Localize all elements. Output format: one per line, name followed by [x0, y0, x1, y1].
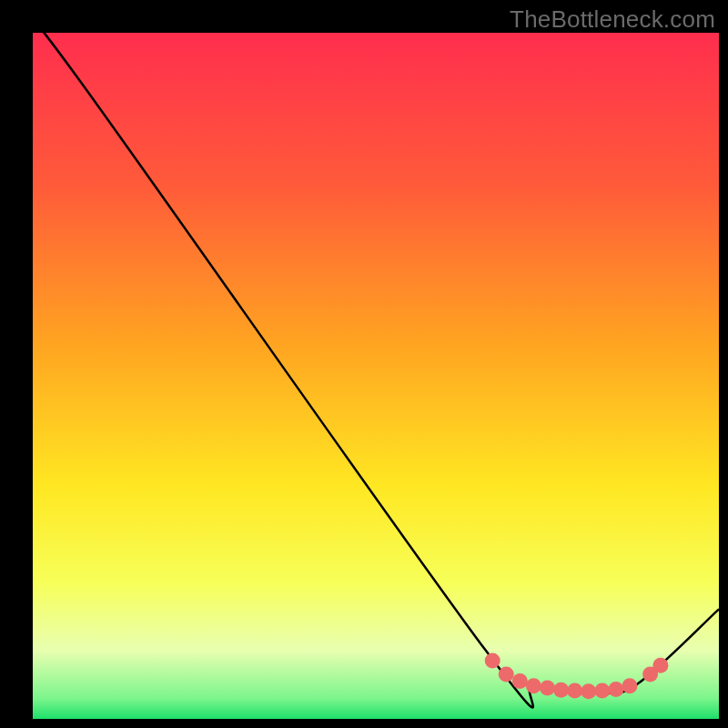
highlight-dot	[622, 678, 637, 693]
highlight-dot	[499, 666, 514, 682]
chart-stage: TheBottleneck.com	[0, 0, 728, 728]
highlight-dot	[526, 678, 541, 693]
highlight-dot	[512, 673, 528, 689]
highlight-dot	[567, 683, 582, 699]
highlight-dot	[553, 682, 569, 698]
highlight-dot	[608, 682, 623, 697]
highlight-dot	[485, 652, 500, 668]
highlight-dot	[652, 658, 668, 673]
highlight-dot	[540, 681, 555, 696]
highlight-dot	[581, 683, 596, 699]
watermark-text: TheBottleneck.com	[510, 5, 715, 34]
plot-background	[33, 33, 719, 719]
bottleneck-curve-chart	[0, 0, 728, 728]
highlight-dot	[594, 683, 610, 699]
